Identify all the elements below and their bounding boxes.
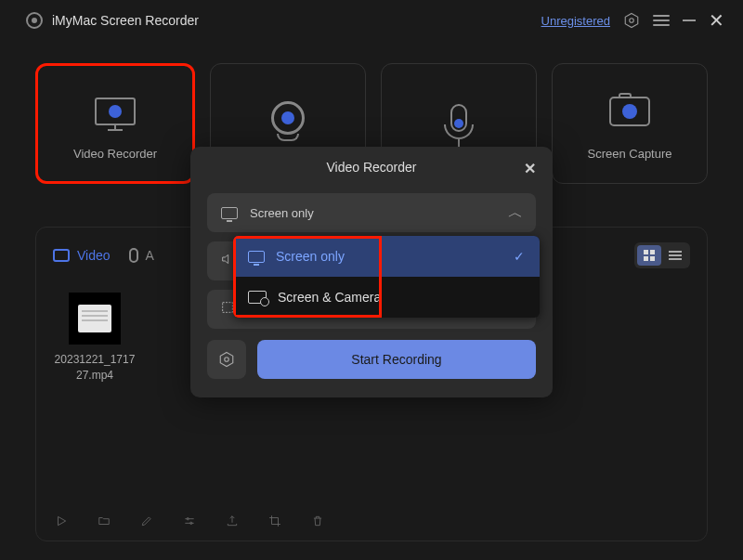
- camera-icon: [609, 97, 650, 126]
- option-label: Screen & Camera: [278, 290, 381, 305]
- video-recorder-dialog: Video Recorder ✕ Screen only ︿ Screen on…: [190, 147, 553, 397]
- recording-item[interactable]: 20231221_171727.mp4: [53, 293, 137, 384]
- video-icon: [53, 249, 70, 262]
- edit-icon[interactable]: [138, 513, 155, 529]
- registration-link[interactable]: Unregistered: [541, 14, 610, 28]
- tab-video[interactable]: Video: [53, 248, 111, 263]
- dialog-title: Video Recorder ✕: [207, 160, 536, 184]
- svg-rect-7: [223, 303, 233, 313]
- settings-icon[interactable]: [623, 12, 640, 29]
- monitor-icon: [95, 98, 136, 125]
- crop-icon[interactable]: [267, 513, 283, 529]
- mode-label: Screen Capture: [587, 147, 671, 161]
- close-icon[interactable]: ✕: [709, 11, 724, 30]
- grid-view-button[interactable]: [637, 245, 661, 266]
- adjust-icon[interactable]: [181, 513, 198, 529]
- mode-label: Video Recorder: [73, 147, 157, 161]
- export-icon[interactable]: [224, 513, 241, 529]
- dialog-close-icon[interactable]: ✕: [524, 160, 536, 177]
- recording-thumbnail: [69, 293, 121, 345]
- list-view-button[interactable]: [663, 245, 687, 266]
- svg-point-9: [225, 358, 229, 362]
- titlebar: iMyMac Screen Recorder Unregistered ✕: [0, 0, 743, 41]
- mode-video-recorder[interactable]: Video Recorder: [35, 63, 195, 184]
- source-dropdown-menu: Screen only ✓ Screen & Camera: [233, 236, 540, 318]
- button-label: Start Recording: [351, 352, 441, 367]
- tab-label: A: [146, 248, 154, 263]
- source-selected-label: Screen only: [250, 206, 314, 220]
- option-screen-only[interactable]: Screen only ✓: [233, 236, 540, 277]
- svg-marker-2: [59, 516, 66, 525]
- screen-camera-icon: [248, 291, 267, 304]
- chevron-up-icon: ︿: [508, 203, 523, 223]
- mode-screen-capture[interactable]: Screen Capture: [552, 63, 708, 184]
- microphone-icon: [129, 248, 138, 263]
- source-dropdown[interactable]: Screen only ︿ Screen only ✓ Screen & Cam…: [207, 193, 536, 232]
- option-screen-camera[interactable]: Screen & Camera: [233, 277, 540, 318]
- library-toolbar: [53, 513, 326, 529]
- tab-audio[interactable]: A: [129, 248, 154, 263]
- webcam-icon: [271, 101, 305, 135]
- app-title: iMyMac Screen Recorder: [52, 13, 199, 28]
- play-icon[interactable]: [53, 513, 70, 529]
- tab-label: Video: [77, 248, 111, 263]
- folder-icon[interactable]: [96, 513, 112, 529]
- monitor-icon: [220, 207, 239, 219]
- menu-icon[interactable]: [653, 15, 670, 26]
- delete-icon[interactable]: [309, 513, 326, 529]
- app-logo: [26, 12, 43, 29]
- check-icon: ✓: [514, 249, 525, 264]
- svg-point-1: [630, 19, 634, 23]
- svg-marker-0: [625, 14, 638, 28]
- monitor-icon: [248, 251, 265, 263]
- svg-marker-8: [220, 353, 233, 367]
- option-label: Screen only: [276, 249, 345, 264]
- recording-filename: 20231221_171727.mp4: [53, 352, 137, 384]
- microphone-icon: [450, 104, 467, 132]
- view-toggle: [634, 242, 690, 268]
- start-recording-button[interactable]: Start Recording: [257, 340, 536, 379]
- recording-settings-button[interactable]: [207, 340, 246, 379]
- minimize-icon[interactable]: [683, 20, 696, 21]
